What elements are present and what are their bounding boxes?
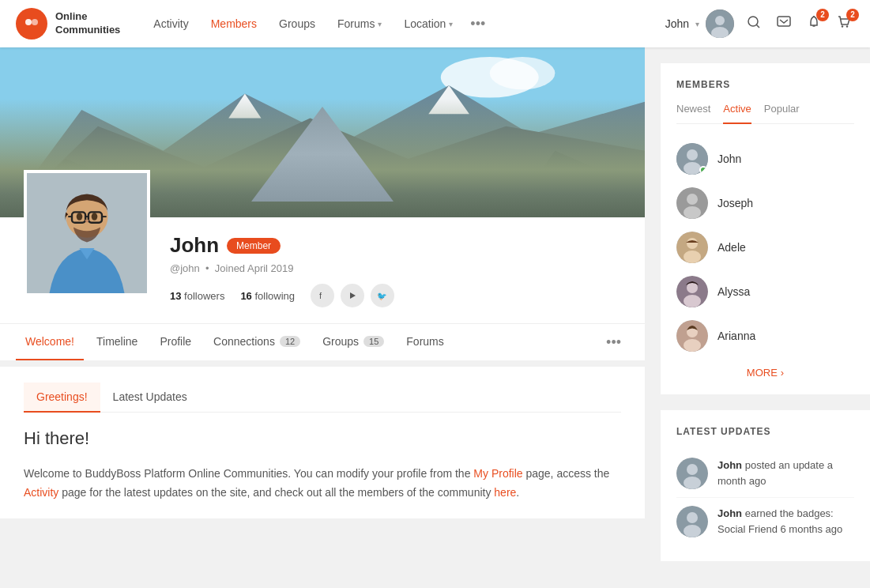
nav-forums[interactable]: Forums ▾ bbox=[328, 13, 391, 35]
user-dropdown-icon: ▾ bbox=[695, 20, 699, 28]
svg-point-25 bbox=[77, 213, 83, 220]
following-stat[interactable]: 16 following bbox=[240, 290, 295, 302]
cover-section: John Member @john • Joined April 2019 13… bbox=[0, 47, 645, 360]
profile-tabs: Welcome! Timeline Profile Connections 12… bbox=[0, 323, 645, 360]
svg-point-40 bbox=[684, 206, 701, 219]
member-name-john: John bbox=[717, 153, 741, 165]
tab-welcome[interactable]: Welcome! bbox=[16, 324, 84, 360]
update-user-1: John bbox=[717, 507, 742, 519]
messages-icon[interactable] bbox=[774, 12, 794, 36]
updates-section-title: LATEST UPDATES bbox=[676, 426, 854, 437]
activity-link[interactable]: Activity bbox=[24, 486, 58, 499]
svg-rect-7 bbox=[778, 17, 790, 26]
svg-point-37 bbox=[684, 162, 701, 175]
svg-point-52 bbox=[684, 477, 701, 489]
here-link[interactable]: here bbox=[494, 486, 516, 499]
content-tabs: Greetings! Latest Updates bbox=[24, 383, 621, 413]
user-avatar-small bbox=[706, 9, 734, 38]
profile-stats: 13 followers 16 following f bbox=[170, 284, 621, 307]
svg-point-1 bbox=[32, 19, 38, 25]
tab-forums[interactable]: Forums bbox=[397, 324, 453, 360]
member-name-joseph: Joseph bbox=[717, 197, 753, 209]
greeting-text: Welcome to BuddyBoss Platform Online Com… bbox=[24, 465, 621, 503]
profile-joined: Joined April 2019 bbox=[215, 262, 294, 274]
svg-point-54 bbox=[687, 512, 698, 523]
member-item-john[interactable]: John bbox=[676, 137, 854, 181]
members-section-title: MEMBERS bbox=[676, 79, 854, 90]
tab-profile[interactable]: Profile bbox=[150, 324, 201, 360]
sidebar: MEMBERS Newest Active Popular bbox=[661, 47, 870, 577]
update-text-0: John posted an update a month ago bbox=[717, 458, 854, 489]
member-item-adele[interactable]: Adele bbox=[676, 225, 854, 270]
groups-count: 15 bbox=[363, 336, 384, 347]
more-chevron-icon: › bbox=[781, 367, 784, 379]
svg-point-14 bbox=[490, 57, 556, 89]
location-arrow-icon: ▾ bbox=[449, 20, 453, 28]
header: Online Communities Activity Members Grou… bbox=[0, 0, 870, 47]
social-icons: f 🐦 bbox=[311, 284, 394, 307]
svg-point-36 bbox=[687, 149, 698, 160]
search-icon[interactable] bbox=[744, 12, 764, 36]
user-menu[interactable]: John ▾ bbox=[665, 9, 734, 38]
profile-handle: @john bbox=[170, 262, 200, 274]
notifications-icon[interactable]: 2 bbox=[804, 12, 824, 36]
profile-info: John Member @john • Joined April 2019 13… bbox=[170, 217, 621, 307]
member-avatar-adele bbox=[676, 232, 708, 263]
tab-timeline[interactable]: Timeline bbox=[87, 324, 147, 360]
members-tab-popular[interactable]: Popular bbox=[764, 103, 800, 124]
members-tab-active[interactable]: Active bbox=[723, 103, 751, 124]
member-avatar-john bbox=[676, 143, 708, 175]
svg-point-42 bbox=[687, 238, 698, 249]
facebook-icon[interactable]: f bbox=[311, 284, 334, 307]
member-name-adele: Adele bbox=[717, 241, 746, 254]
member-avatar-joseph bbox=[676, 187, 708, 219]
youtube-icon[interactable] bbox=[341, 284, 364, 307]
forums-arrow-icon: ▾ bbox=[378, 20, 382, 28]
svg-point-11 bbox=[846, 25, 848, 27]
member-name-arianna: Arianna bbox=[717, 330, 755, 342]
svg-point-55 bbox=[684, 525, 701, 537]
member-item-joseph[interactable]: Joseph bbox=[676, 181, 854, 225]
my-profile-link[interactable]: My Profile bbox=[473, 467, 522, 480]
svg-point-49 bbox=[684, 339, 701, 352]
tab-connections[interactable]: Connections 12 bbox=[204, 324, 310, 360]
member-avatar-arianna bbox=[676, 320, 708, 352]
followers-stat[interactable]: 13 followers bbox=[170, 290, 224, 302]
content-tab-updates[interactable]: Latest Updates bbox=[100, 383, 200, 413]
logo-icon bbox=[16, 8, 47, 40]
svg-text:f: f bbox=[319, 291, 322, 300]
nav-activity[interactable]: Activity bbox=[144, 13, 198, 35]
svg-marker-33 bbox=[350, 292, 356, 299]
svg-point-10 bbox=[842, 25, 843, 27]
svg-point-43 bbox=[684, 251, 701, 263]
members-tab-newest[interactable]: Newest bbox=[676, 103, 710, 124]
profile-name: John bbox=[170, 233, 219, 258]
twitter-icon[interactable]: 🐦 bbox=[371, 284, 394, 307]
logo[interactable]: Online Communities bbox=[16, 8, 120, 40]
content-tab-greetings[interactable]: Greetings! bbox=[24, 383, 100, 413]
connections-count: 12 bbox=[280, 336, 300, 347]
cart-icon[interactable]: 2 bbox=[834, 12, 854, 36]
greeting-title: Hi there! bbox=[24, 428, 621, 449]
nav-groups[interactable]: Groups bbox=[269, 13, 325, 35]
more-button-wrap: MORE › bbox=[676, 366, 854, 379]
main-nav: Activity Members Groups Forums ▾ Locatio… bbox=[144, 11, 665, 37]
member-item-alyssa[interactable]: Alyssa bbox=[676, 270, 854, 314]
svg-point-22 bbox=[155, 196, 171, 213]
online-indicator bbox=[699, 166, 707, 174]
tabs-more-icon[interactable]: ••• bbox=[598, 326, 629, 359]
tab-groups[interactable]: Groups 15 bbox=[313, 324, 394, 360]
member-item-arianna[interactable]: Arianna bbox=[676, 314, 854, 358]
nav-location[interactable]: Location ▾ bbox=[394, 13, 462, 35]
update-user-0: John bbox=[717, 459, 742, 471]
members-tabs: Newest Active Popular bbox=[676, 103, 854, 124]
more-members-link[interactable]: MORE › bbox=[747, 367, 784, 379]
profile-name-row: John Member bbox=[170, 233, 621, 258]
member-avatar-alyssa bbox=[676, 276, 708, 307]
svg-point-51 bbox=[687, 464, 698, 475]
nav-more-icon[interactable]: ••• bbox=[465, 11, 490, 37]
nav-members[interactable]: Members bbox=[201, 13, 266, 35]
header-right: John ▾ bbox=[665, 9, 854, 38]
update-avatar-1 bbox=[676, 506, 708, 537]
main-column: John Member @john • Joined April 2019 13… bbox=[0, 47, 645, 577]
